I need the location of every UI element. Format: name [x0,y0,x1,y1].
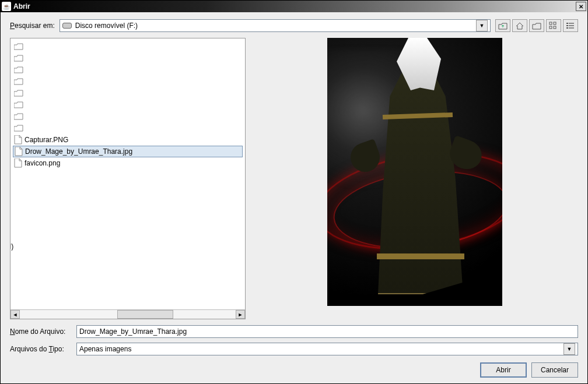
filetype-value: Apenas imagens [79,345,131,353]
folder-item[interactable] [13,122,243,134]
file-name: Drow_Mage_by_Umrae_Thara.jpg [25,147,132,156]
toolbar [495,19,578,32]
file-list-panel: I) Capturar.PNGDrow_Mage_by_Umrae_Thara.… [10,38,246,319]
dialog-content: Pesquisar em: Disco removível (F:) ▼ [1,12,587,383]
stray-text: I) [10,242,13,251]
svg-rect-7 [569,25,574,26]
file-icon [14,135,22,145]
folder-item[interactable] [13,111,243,122]
svg-rect-8 [566,27,568,29]
main-area: I) Capturar.PNGDrow_Mage_by_Umrae_Thara.… [10,38,578,319]
folder-item[interactable] [13,64,243,76]
window-title: Abrir [13,2,576,10]
lookin-label: Pesquisar em: [10,22,55,30]
filetype-row: Arquivos do Tipo: Apenas imagens ▼ [10,343,578,355]
filetype-label: Arquivos do Tipo: [10,345,73,353]
image-preview [327,38,502,306]
details-view-button[interactable] [563,19,578,32]
list-view-button[interactable] [546,19,561,32]
folder-item[interactable] [13,87,243,99]
folder-item[interactable] [13,41,243,52]
drive-icon [62,23,72,29]
cancel-button[interactable]: Cancelar [531,362,578,378]
close-button[interactable]: ✕ [576,2,586,11]
file-list[interactable]: I) Capturar.PNGDrow_Mage_by_Umrae_Thara.… [10,38,245,309]
scroll-thumb[interactable] [117,310,173,319]
folder-icon [14,113,23,120]
file-icon [15,147,23,156]
svg-rect-9 [569,27,574,29]
scroll-left-button[interactable]: ◄ [10,310,20,319]
folder-icon [14,101,23,108]
home-button[interactable] [512,19,527,32]
scroll-track[interactable] [20,310,236,319]
button-row: Abrir Cancelar [10,362,578,378]
svg-rect-5 [569,23,574,24]
svg-rect-3 [554,26,556,29]
svg-rect-6 [566,25,568,26]
folder-icon [14,55,23,62]
svg-rect-4 [566,23,568,24]
folder-item[interactable] [13,52,243,64]
chevron-down-icon[interactable]: ▼ [564,343,575,355]
titlebar: ☕ Abrir ✕ [1,1,587,12]
filename-label: Nome do Arquivo: [10,327,73,336]
open-button[interactable]: Abrir [480,362,527,378]
new-folder-button[interactable] [529,19,544,32]
filetype-combobox[interactable]: Apenas imagens ▼ [76,343,578,355]
folder-icon [14,125,23,132]
file-name: favicon.png [24,159,60,167]
filename-row: Nome do Arquivo: [10,325,578,338]
lookin-value: Disco removível (F:) [75,22,138,30]
java-icon: ☕ [2,2,11,11]
file-item[interactable]: favicon.png [13,157,243,169]
up-one-level-button[interactable] [495,19,510,32]
folder-icon [14,90,23,97]
file-icon [14,158,22,168]
folder-icon [14,78,23,85]
open-dialog-window: ☕ Abrir ✕ Pesquisar em: Disco removível … [0,0,588,384]
chevron-down-icon[interactable]: ▼ [476,20,488,31]
svg-rect-2 [554,22,556,24]
svg-rect-0 [550,22,552,24]
file-item[interactable]: Drow_Mage_by_Umrae_Thara.jpg [13,146,243,157]
horizontal-scrollbar[interactable]: ◄ ► [10,309,245,319]
svg-rect-1 [550,26,552,29]
bottom-fields: Nome do Arquivo: Arquivos do Tipo: Apena… [10,325,578,355]
lookin-row: Pesquisar em: Disco removível (F:) ▼ [10,19,578,32]
file-name: Capturar.PNG [24,136,68,144]
folder-icon [14,43,23,50]
folder-icon [14,66,23,73]
folder-item[interactable] [13,99,243,111]
file-item[interactable]: Capturar.PNG [13,134,243,146]
filename-input[interactable] [76,325,578,338]
folder-item[interactable] [13,76,243,87]
preview-pane [251,38,578,319]
scroll-right-button[interactable]: ► [236,310,245,319]
lookin-combobox[interactable]: Disco removível (F:) ▼ [60,19,491,32]
